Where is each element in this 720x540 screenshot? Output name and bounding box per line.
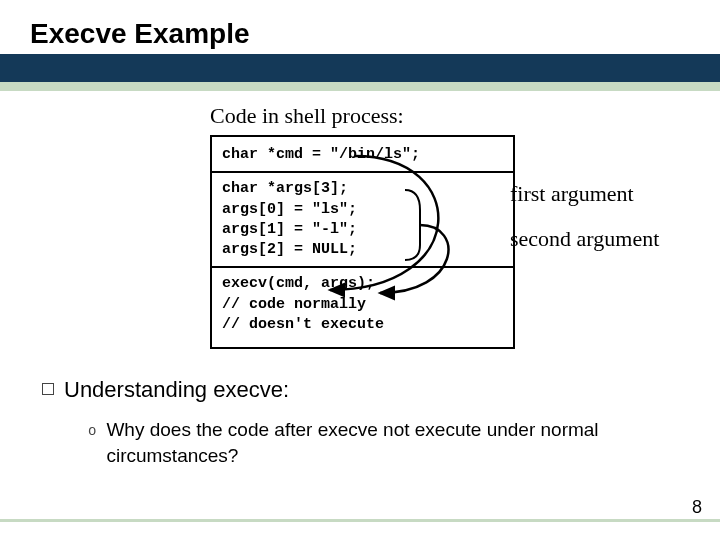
code-caption: Code in shell process: bbox=[210, 103, 690, 129]
slide: Execve Example Code in shell process: ch… bbox=[0, 0, 720, 540]
sub-bullet-question: o Why does the code after execve not exe… bbox=[88, 417, 688, 468]
codebox-wrap: char *cmd = "/bin/ls"; char *args[3]; ar… bbox=[210, 135, 515, 349]
code-line-cmd: char *cmd = "/bin/ls"; bbox=[222, 145, 503, 165]
square-bullet-icon bbox=[42, 383, 54, 395]
annotation-second-argument: second argument bbox=[510, 226, 659, 252]
slide-title: Execve Example bbox=[30, 18, 720, 50]
annotation-first-argument: first argument bbox=[510, 181, 634, 207]
code-separator-2 bbox=[212, 266, 513, 268]
circle-bullet-icon: o bbox=[88, 423, 96, 439]
sub-question-text: Why does the code after execve not execu… bbox=[106, 417, 688, 468]
footer-bar bbox=[0, 519, 720, 522]
code-box: char *cmd = "/bin/ls"; char *args[3]; ar… bbox=[210, 135, 515, 349]
page-number: 8 bbox=[692, 497, 702, 518]
content-area: Code in shell process: char *cmd = "/bin… bbox=[0, 91, 720, 468]
bullet-understanding: Understanding execve: bbox=[42, 377, 690, 403]
title-area: Execve Example bbox=[0, 0, 720, 54]
header-bar-dark bbox=[0, 54, 720, 82]
code-block-exec: execv(cmd, args); // code normally // do… bbox=[222, 274, 503, 335]
understanding-label: Understanding execve: bbox=[64, 377, 289, 403]
code-separator-1 bbox=[212, 171, 513, 173]
code-block-args: char *args[3]; args[0] = "ls"; args[1] =… bbox=[222, 179, 503, 260]
header-bar-light bbox=[0, 82, 720, 91]
